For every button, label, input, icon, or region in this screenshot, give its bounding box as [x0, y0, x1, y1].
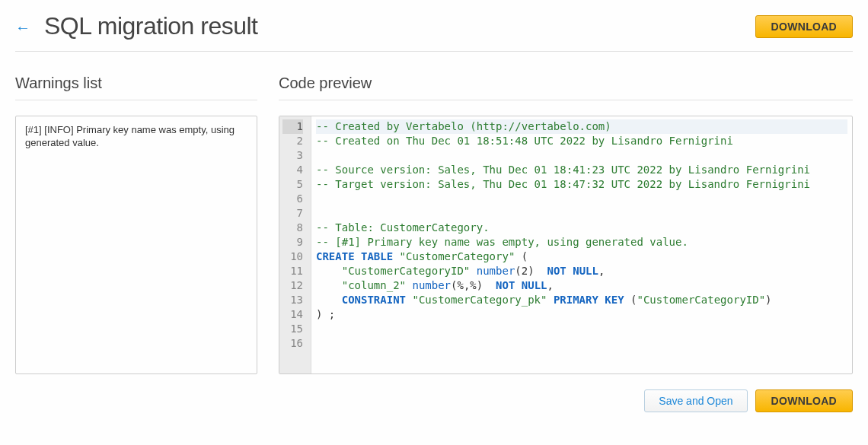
page-title: SQL migration result	[44, 12, 257, 40]
warning-item: [#1] [INFO] Primary key name was empty, …	[25, 124, 247, 150]
code-line	[316, 322, 847, 336]
line-number: 2	[282, 134, 303, 148]
code-gutter: 12345678910111213141516	[279, 116, 311, 373]
code-line: -- Created by Vertabelo (http://vertabel…	[316, 119, 847, 134]
code-content[interactable]: -- Created by Vertabelo (http://vertabel…	[311, 116, 852, 373]
line-number: 10	[282, 250, 303, 264]
line-number: 8	[282, 221, 303, 235]
save-and-open-button[interactable]: Save and Open	[644, 389, 747, 412]
code-title: Code preview	[279, 75, 853, 100]
code-line: CREATE TABLE "CustomerCategory" (	[316, 250, 847, 264]
warnings-panel: Warnings list [#1] [INFO] Primary key na…	[15, 75, 257, 374]
download-button-top[interactable]: DOWNLOAD	[755, 15, 853, 38]
header: ← SQL migration result DOWNLOAD	[15, 12, 853, 52]
code-line	[316, 148, 847, 163]
code-line: "column_2" number(%,%) NOT NULL,	[316, 278, 847, 293]
line-number: 15	[282, 322, 303, 336]
download-button-bottom[interactable]: DOWNLOAD	[755, 389, 853, 412]
code-panel: Code preview 12345678910111213141516 -- …	[279, 75, 853, 374]
code-line: "CustomerCategoryID" number(2) NOT NULL,	[316, 264, 847, 278]
main-content: Warnings list [#1] [INFO] Primary key na…	[15, 75, 853, 374]
code-line: -- Target version: Sales, Thu Dec 01 18:…	[316, 177, 847, 192]
line-number: 9	[282, 235, 303, 250]
code-line: -- [#1] Primary key name was empty, usin…	[316, 235, 847, 250]
line-number: 5	[282, 177, 303, 192]
footer: Save and Open DOWNLOAD	[15, 389, 853, 412]
code-line: CONSTRAINT "CustomerCategory_pk" PRIMARY…	[316, 293, 847, 307]
code-line	[316, 336, 847, 351]
line-number: 12	[282, 278, 303, 293]
back-arrow-icon[interactable]: ←	[15, 16, 30, 37]
code-line: ) ;	[316, 307, 847, 322]
line-number: 6	[282, 192, 303, 206]
line-number: 11	[282, 264, 303, 278]
line-number: 13	[282, 293, 303, 307]
line-number: 14	[282, 307, 303, 322]
warnings-box: [#1] [INFO] Primary key name was empty, …	[15, 116, 257, 374]
warnings-title: Warnings list	[15, 75, 257, 100]
line-number: 16	[282, 336, 303, 351]
code-line: -- Source version: Sales, Thu Dec 01 18:…	[316, 163, 847, 177]
line-number: 1	[282, 119, 303, 134]
line-number: 7	[282, 206, 303, 221]
code-line	[316, 192, 847, 206]
line-number: 4	[282, 163, 303, 177]
code-line: -- Table: CustomerCategory.	[316, 221, 847, 235]
line-number: 3	[282, 148, 303, 163]
code-line	[316, 206, 847, 221]
header-left: ← SQL migration result	[15, 12, 257, 40]
code-line: -- Created on Thu Dec 01 18:51:48 UTC 20…	[316, 134, 847, 148]
code-editor[interactable]: 12345678910111213141516 -- Created by Ve…	[279, 116, 853, 374]
